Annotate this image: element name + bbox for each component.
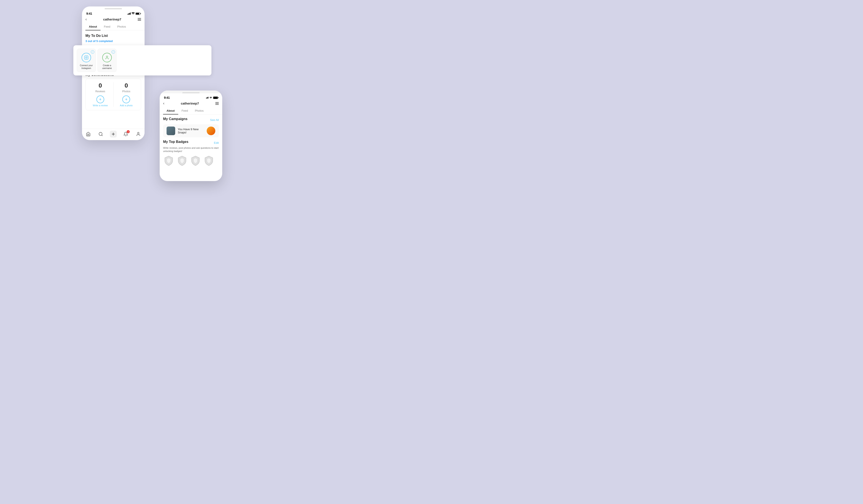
badge-item-3 xyxy=(190,155,201,166)
signal-bars-2 xyxy=(206,97,209,99)
campaign-thumb-img-1 xyxy=(166,127,175,135)
contrib-reviews: 0 Reviews + Write a review xyxy=(89,82,112,107)
check-badge-instagram: ✓ xyxy=(91,50,94,54)
wifi-icon-2 xyxy=(209,96,212,99)
add-photo-link[interactable]: Add a photo xyxy=(120,104,133,107)
bottom-nav-1: 2 xyxy=(82,129,145,140)
person-icon-circle xyxy=(102,53,112,62)
username-title-1: catherinep7 xyxy=(103,17,121,21)
battery-fill-1 xyxy=(136,13,139,14)
battery-2 xyxy=(213,96,218,99)
badges-header: My Top Badges Edit xyxy=(160,137,222,146)
time-2: 9:41 xyxy=(164,96,170,99)
add-review-button[interactable]: + xyxy=(97,95,104,103)
battery-1 xyxy=(136,13,140,15)
signal-bar-2 xyxy=(128,13,129,15)
write-review-link[interactable]: Write a review xyxy=(93,104,108,107)
signal-bar-2-2 xyxy=(207,97,208,99)
signal-bar-1 xyxy=(127,14,128,15)
phone2: 9:41 ‹ cathe xyxy=(160,91,222,181)
tabs-2: About Feed Photos xyxy=(160,107,222,115)
completed-out-of: out of 5 completed xyxy=(88,39,113,43)
tab-about-2[interactable]: About xyxy=(163,107,178,115)
contrib-reviews-count: 0 xyxy=(99,82,102,89)
status-bar-1: 9:41 xyxy=(82,9,145,16)
menu-button-2[interactable] xyxy=(215,102,219,105)
nav-profile-1[interactable] xyxy=(135,131,142,138)
username-title-2: catherinep7 xyxy=(181,102,199,105)
status-icons-1 xyxy=(127,12,140,15)
signal-bar-2-1 xyxy=(206,98,207,99)
status-icons-2 xyxy=(206,96,218,99)
add-photo-button[interactable]: + xyxy=(122,95,130,103)
signal-bar-2-3 xyxy=(208,97,209,99)
instagram-icon-circle xyxy=(82,53,91,62)
todo-card-instagram[interactable]: ✓ Connect yourInstagram xyxy=(77,49,96,72)
contrib-photos-count: 0 xyxy=(125,82,128,89)
menu-line-2 xyxy=(138,19,141,20)
todo-label-username: Create ausername xyxy=(102,64,112,69)
see-all-button[interactable]: See All xyxy=(210,118,219,121)
menu-line-2-2 xyxy=(215,103,219,104)
time-1: 9:41 xyxy=(86,12,92,15)
completed-count: 3 xyxy=(85,39,87,43)
phone2-content: ‹ catherinep7 About Feed Photos My Campa… xyxy=(160,100,222,181)
nav-search-1[interactable] xyxy=(97,131,104,138)
tab-feed-2[interactable]: Feed xyxy=(178,107,191,115)
contrib-photos-label: Photos xyxy=(122,90,130,93)
edit-badges-button[interactable]: Edit xyxy=(214,141,219,144)
badge-item-1 xyxy=(163,155,174,166)
contrib-reviews-label: Reviews xyxy=(95,90,105,93)
campaign-thumb-img2 xyxy=(207,127,215,135)
signal-bar-4 xyxy=(130,13,131,15)
badge-item-2 xyxy=(176,155,188,166)
campaign-name-1: You Have 9 New Snaps! xyxy=(178,128,204,134)
nav-notifications-1[interactable]: 2 xyxy=(122,131,129,138)
svg-point-9 xyxy=(107,56,108,57)
tabs-1: About Feed Photos xyxy=(82,23,145,30)
completed-text: 3 out of 5 completed xyxy=(85,39,141,43)
menu-line-2-1 xyxy=(215,102,219,103)
todo-label-instagram: Connect yourInstagram xyxy=(80,64,92,69)
battery-fill-2 xyxy=(214,97,217,99)
campaigns-title: My Campaigns xyxy=(163,117,187,121)
tab-photos-2[interactable]: Photos xyxy=(191,107,207,115)
campaigns-header: My Campaigns See All xyxy=(160,115,222,125)
todo-title: My To Do List xyxy=(85,34,141,38)
menu-line-3 xyxy=(138,20,141,21)
check-badge-username: ✓ xyxy=(112,50,115,54)
svg-point-2 xyxy=(99,132,102,135)
wifi-icon-1 xyxy=(132,12,135,15)
campaign-item-1[interactable]: You Have 9 New Snaps! xyxy=(163,125,219,137)
status-bar-2: 9:41 xyxy=(160,93,222,100)
menu-button-1[interactable] xyxy=(138,18,141,21)
todo-card-username[interactable]: ✓ Create ausername xyxy=(98,49,116,72)
back-button-1[interactable]: ‹ xyxy=(85,17,87,22)
menu-line-2-3 xyxy=(215,104,219,105)
tab-about-1[interactable]: About xyxy=(85,23,101,30)
svg-rect-7 xyxy=(85,56,88,60)
todo-wide-strip: ✓ Connect yourInstagram ✓ Create auserna… xyxy=(73,45,211,76)
signal-bars-1 xyxy=(127,13,131,15)
back-button-2[interactable]: ‹ xyxy=(163,101,164,106)
tab-feed-1[interactable]: Feed xyxy=(101,23,114,30)
svg-line-3 xyxy=(102,135,102,136)
nav-add-1[interactable] xyxy=(110,131,117,138)
nav-home-1[interactable] xyxy=(85,131,92,138)
contributions-card: 0 Reviews + Write a review 0 Photos + Ad… xyxy=(85,78,141,111)
campaign-thumb-1 xyxy=(166,127,175,135)
menu-line-1 xyxy=(138,18,141,18)
notification-badge-1: 2 xyxy=(127,130,130,133)
top-bar-1: ‹ catherinep7 xyxy=(82,16,145,23)
badges-row xyxy=(160,155,222,166)
badges-title: My Top Badges xyxy=(163,140,188,144)
signal-bar-3 xyxy=(129,13,130,15)
svg-point-6 xyxy=(137,132,139,134)
top-bar-2: ‹ catherinep7 xyxy=(160,100,222,107)
tab-photos-1[interactable]: Photos xyxy=(114,23,129,30)
contrib-photos: 0 Photos + Add a photo xyxy=(115,82,138,107)
badges-description: Write reviews, post photos and ask quest… xyxy=(160,146,222,155)
badge-item-4 xyxy=(203,155,214,166)
